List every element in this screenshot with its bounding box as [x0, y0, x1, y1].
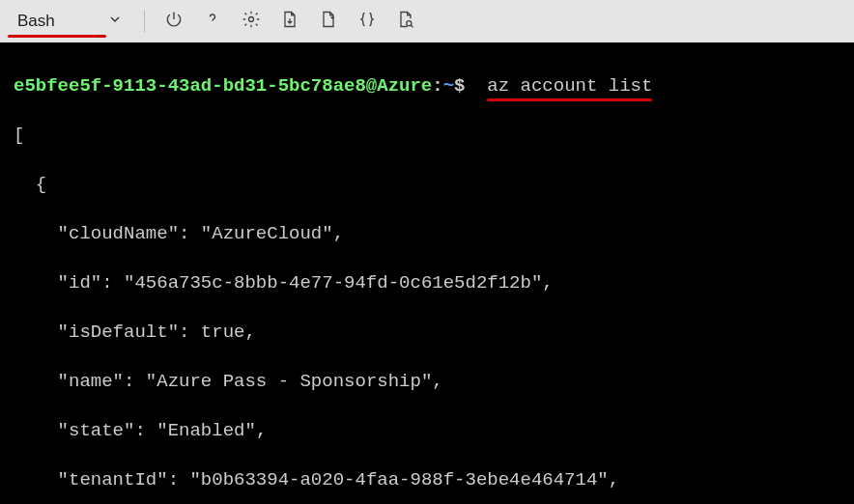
- settings-button[interactable]: [234, 4, 269, 39]
- json-line: "tenantId": "b0b63394-a020-4faa-988f-3eb…: [14, 468, 844, 492]
- prompt-path: ~: [443, 75, 454, 97]
- document-search-icon: [396, 10, 415, 34]
- json-line: "name": "Azure Pass - Sponsorship",: [14, 370, 844, 394]
- json-line: "state": "Enabled",: [14, 419, 844, 443]
- download-file-icon: [280, 10, 299, 34]
- restart-button[interactable]: [157, 4, 191, 39]
- json-line: "cloudName": "AzureCloud",: [14, 222, 844, 246]
- toolbar-separator: [144, 11, 145, 32]
- gear-icon: [242, 10, 261, 34]
- help-icon: [203, 10, 222, 34]
- shell-selector[interactable]: Bash: [8, 8, 132, 36]
- command-1: az account list: [487, 75, 652, 97]
- annotation-underline: [8, 35, 106, 38]
- annotation-underline: [487, 98, 652, 101]
- command-1-wrap: az account list: [487, 74, 652, 98]
- upload-file-button[interactable]: [311, 4, 346, 39]
- shell-selector-label: Bash: [17, 12, 55, 31]
- json-line: "id": "456a735c-8bbb-4e77-94fd-0c61e5d2f…: [14, 271, 844, 295]
- power-icon: [164, 10, 184, 34]
- json-line: {: [14, 173, 844, 197]
- prompt-sep: :: [432, 75, 442, 97]
- download-file-button[interactable]: [272, 4, 307, 39]
- open-editor-button[interactable]: [350, 4, 384, 39]
- json-line: [: [14, 124, 844, 148]
- svg-point-0: [248, 16, 253, 21]
- terminal-output[interactable]: e5bfee5f-9113-43ad-bd31-5bc78ae8@Azure:~…: [0, 42, 854, 504]
- prompt-line: e5bfee5f-9113-43ad-bd31-5bc78ae8@Azure:~…: [14, 74, 844, 98]
- chevron-down-icon: [107, 12, 123, 32]
- cloud-shell-toolbar: Bash: [0, 0, 854, 42]
- help-button[interactable]: [195, 4, 230, 39]
- svg-point-1: [407, 20, 412, 25]
- braces-icon: [357, 10, 377, 34]
- prompt-symbol: $: [454, 75, 465, 97]
- upload-file-icon: [319, 10, 338, 34]
- json-line: "isDefault": true,: [14, 321, 844, 345]
- web-preview-button[interactable]: [388, 4, 423, 39]
- prompt-userhost: e5bfee5f-9113-43ad-bd31-5bc78ae8@Azure: [14, 75, 432, 97]
